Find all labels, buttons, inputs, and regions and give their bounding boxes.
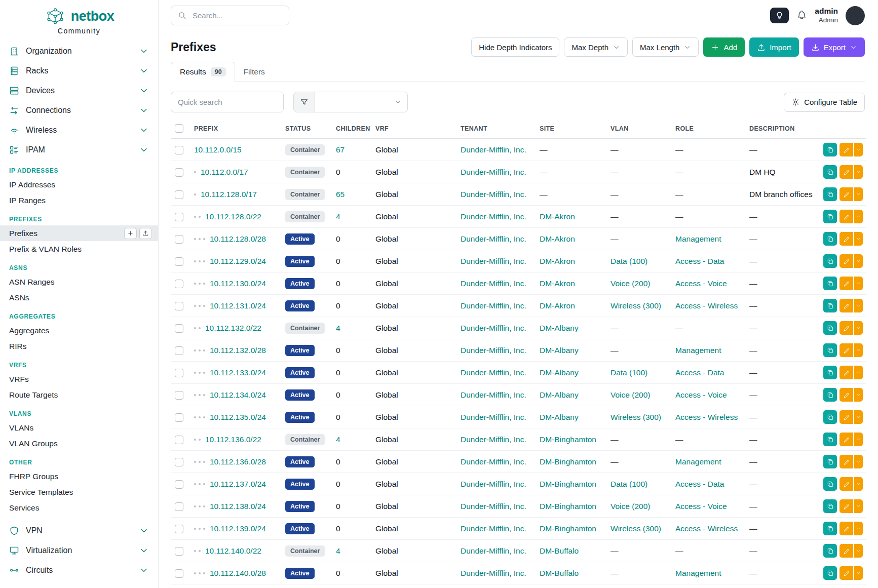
site-link[interactable]: DM-Albany — [540, 368, 579, 377]
tenant-link[interactable]: Dunder-Mifflin, Inc. — [461, 301, 526, 310]
prefix-link[interactable]: 10.112.135.0/24 — [210, 413, 266, 421]
prefix-link[interactable]: 10.112.133.0/24 — [210, 368, 266, 377]
sidebar-item-ip-addresses[interactable]: IP Addresses — [0, 177, 158, 192]
prefix-link[interactable]: 10.112.134.0/24 — [210, 390, 266, 399]
copy-button[interactable] — [823, 433, 837, 446]
export-dropdown[interactable]: Export — [804, 37, 865, 57]
copy-button[interactable] — [823, 232, 837, 246]
role-link[interactable]: Access - Wireless — [675, 301, 738, 310]
edit-button[interactable] — [839, 544, 853, 558]
copy-button[interactable] — [823, 544, 837, 558]
tenant-link[interactable]: Dunder-Mifflin, Inc. — [461, 546, 526, 555]
prefix-link[interactable]: 10.112.140.0/28 — [210, 569, 266, 577]
prefix-link[interactable]: 10.112.131.0/24 — [210, 301, 266, 310]
tenant-link[interactable]: Dunder-Mifflin, Inc. — [461, 524, 526, 533]
row-checkbox[interactable] — [175, 369, 183, 377]
copy-button[interactable] — [823, 165, 837, 179]
edit-button[interactable] — [839, 477, 853, 491]
site-link[interactable]: DM-Albany — [540, 390, 579, 399]
edit-dropdown-caret[interactable] — [854, 477, 863, 491]
role-link[interactable]: Access - Data — [675, 257, 724, 265]
global-search-input[interactable] — [192, 11, 282, 20]
site-link[interactable]: DM-Binghamton — [540, 480, 596, 488]
sidebar-item-asns[interactable]: ASNs — [0, 290, 158, 305]
edit-button[interactable] — [839, 499, 853, 513]
max-length-dropdown[interactable]: Max Length — [632, 37, 699, 57]
prefix-link[interactable]: 10.112.128.0/22 — [205, 212, 261, 221]
tenant-link[interactable]: Dunder-Mifflin, Inc. — [461, 324, 526, 332]
edit-dropdown-caret[interactable] — [854, 544, 863, 558]
site-link[interactable]: DM-Binghamton — [540, 502, 596, 511]
sidebar-item-wireless[interactable]: Wireless — [0, 120, 158, 140]
row-checkbox[interactable] — [175, 302, 183, 310]
tenant-link[interactable]: Dunder-Mifflin, Inc. — [461, 257, 526, 265]
children-link[interactable]: 67 — [336, 145, 345, 154]
prefix-link[interactable]: 10.112.136.0/28 — [210, 457, 266, 466]
sidebar-item-services[interactable]: Services — [0, 500, 158, 516]
edit-dropdown-caret[interactable] — [854, 410, 863, 424]
copy-button[interactable] — [823, 210, 837, 223]
edit-button[interactable] — [839, 410, 853, 424]
row-checkbox[interactable] — [175, 146, 183, 154]
sidebar-item-vpn[interactable]: VPN — [0, 521, 158, 540]
prefix-link[interactable]: 10.112.136.0/22 — [205, 435, 261, 444]
notifications-button[interactable] — [796, 10, 807, 22]
copy-button[interactable] — [823, 477, 837, 491]
edit-dropdown-caret[interactable] — [854, 143, 863, 156]
site-link[interactable]: DM-Akron — [540, 257, 575, 265]
sidebar-item-connections[interactable]: Connections — [0, 100, 158, 120]
row-checkbox[interactable] — [175, 280, 183, 288]
prefix-link[interactable]: 10.112.0.0/17 — [201, 168, 248, 176]
edit-dropdown-caret[interactable] — [854, 232, 863, 246]
sidebar-item-fhrp-groups[interactable]: FHRP Groups — [0, 468, 158, 484]
row-checkbox[interactable] — [175, 168, 183, 177]
role-link[interactable]: Access - Data — [675, 368, 724, 377]
prefix-link[interactable]: 10.112.132.0/28 — [210, 346, 266, 355]
import-button[interactable]: Import — [749, 37, 799, 57]
global-search[interactable] — [171, 6, 289, 25]
edit-dropdown-caret[interactable] — [854, 522, 863, 535]
site-link[interactable]: DM-Akron — [540, 301, 575, 310]
children-link[interactable]: 4 — [336, 546, 340, 555]
edit-dropdown-caret[interactable] — [854, 254, 863, 268]
prefix-link[interactable]: 10.112.129.0/24 — [210, 257, 266, 265]
prefix-link[interactable]: 10.112.137.0/24 — [210, 480, 266, 488]
row-checkbox[interactable] — [175, 190, 183, 199]
tenant-link[interactable]: Dunder-Mifflin, Inc. — [461, 435, 526, 444]
site-link[interactable]: DM-Binghamton — [540, 435, 596, 444]
copy-button[interactable] — [823, 410, 837, 424]
edit-dropdown-caret[interactable] — [854, 187, 863, 201]
tenant-link[interactable]: Dunder-Mifflin, Inc. — [461, 279, 526, 288]
prefix-link[interactable]: 10.112.130.0/24 — [210, 279, 266, 288]
sidebar-item-aggregates[interactable]: Aggregates — [0, 323, 158, 338]
edit-button[interactable] — [839, 165, 853, 179]
quick-search-input[interactable] — [171, 92, 284, 112]
row-checkbox[interactable] — [175, 547, 183, 556]
children-link[interactable]: 65 — [336, 190, 345, 199]
site-link[interactable]: DM-Albany — [540, 324, 579, 332]
row-checkbox[interactable] — [175, 458, 183, 466]
role-link[interactable]: Access - Voice — [675, 502, 727, 511]
vlan-link[interactable]: Wireless (300) — [610, 524, 661, 533]
edit-dropdown-caret[interactable] — [854, 566, 863, 580]
edit-button[interactable] — [839, 433, 853, 446]
select-all-checkbox[interactable] — [175, 124, 183, 133]
sidebar-item-rirs[interactable]: RIRs — [0, 338, 158, 354]
edit-button[interactable] — [839, 277, 853, 290]
site-link[interactable]: DM-Albany — [540, 346, 579, 355]
sidebar-item-prefix-vlan-roles[interactable]: Prefix & VLAN Roles — [0, 241, 158, 257]
copy-button[interactable] — [823, 499, 837, 513]
configure-table-button[interactable]: Configure Table — [784, 93, 865, 112]
prefix-link[interactable]: 10.112.140.0/22 — [205, 546, 261, 555]
copy-button[interactable] — [823, 254, 837, 268]
tenant-link[interactable]: Dunder-Mifflin, Inc. — [461, 212, 526, 221]
vlan-link[interactable]: Voice (200) — [610, 390, 650, 399]
sidebar-item-asn-ranges[interactable]: ASN Ranges — [0, 274, 158, 290]
site-link[interactable]: DM-Akron — [540, 212, 575, 221]
copy-button[interactable] — [823, 366, 837, 379]
row-checkbox[interactable] — [175, 257, 183, 266]
copy-button[interactable] — [823, 187, 837, 201]
row-checkbox[interactable] — [175, 346, 183, 355]
row-checkbox[interactable] — [175, 413, 183, 422]
edit-dropdown-caret[interactable] — [854, 455, 863, 468]
